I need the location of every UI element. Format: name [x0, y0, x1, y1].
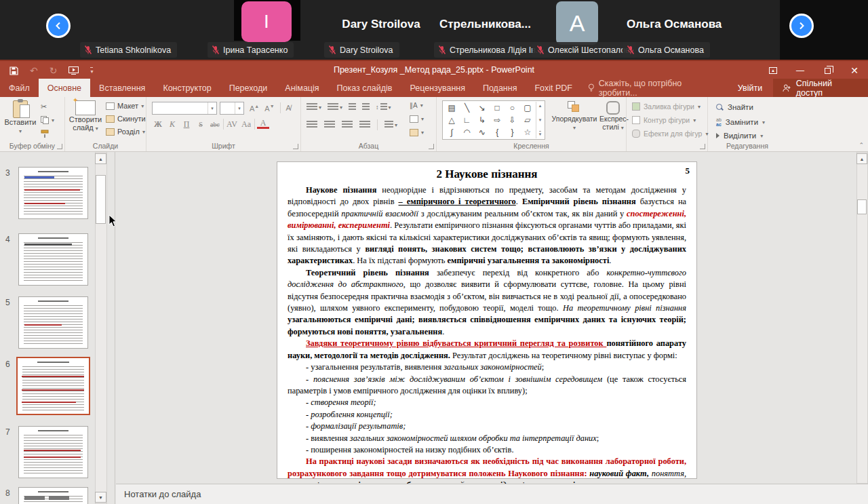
format-painter-button[interactable]	[41, 130, 49, 138]
parallelogram-shape-icon[interactable]: ▱	[520, 114, 535, 126]
star-shape-icon[interactable]: ☆	[520, 126, 535, 138]
shape-effects-button[interactable]: Ефекти для фігур▾	[632, 130, 708, 138]
next-participants-button[interactable]	[789, 14, 814, 38]
numbering-button[interactable]: ▾	[328, 103, 342, 111]
section-button[interactable]: Розділ▾	[106, 128, 145, 136]
shape-format-dialog-launcher[interactable]	[700, 144, 705, 149]
arc-shape-icon[interactable]: ◠	[459, 126, 474, 138]
slide-thumbnail-8[interactable]	[18, 487, 88, 504]
elbow-connector-shape-icon[interactable]: ∟	[459, 114, 474, 126]
decrease-indent-button[interactable]	[349, 103, 356, 111]
cut-button[interactable]: ✂	[41, 102, 47, 111]
text-box-shape-icon[interactable]: ▤	[444, 102, 459, 114]
scribble-shape-icon[interactable]: ∫	[444, 126, 459, 138]
tell-me-box[interactable]: Скажіть, що потрібно зробити...	[581, 79, 727, 97]
sign-in-button[interactable]: Увійти	[727, 79, 773, 97]
triangle-shape-icon[interactable]: △	[444, 114, 459, 126]
slide-thumbnail-4[interactable]	[18, 233, 88, 286]
arrow-shape-icon[interactable]: ↘	[475, 102, 490, 114]
change-case-button[interactable]: Aa	[240, 119, 252, 130]
decrease-font-size-button[interactable]: А▼	[264, 104, 274, 113]
minimize-button[interactable]: —	[787, 61, 814, 80]
align-right-button[interactable]	[342, 121, 353, 129]
thumbnail-scrollbar-thumb[interactable]	[96, 175, 106, 224]
close-button[interactable]: ✕	[841, 61, 868, 80]
block-arrow-down-shape-icon[interactable]: ⇩	[505, 114, 519, 126]
rounded-rectangle-shape-icon[interactable]: ▢	[520, 102, 535, 114]
rectangle-shape-icon[interactable]: □	[490, 102, 505, 114]
share-button[interactable]: Спільний доступ	[773, 79, 868, 97]
italic-button[interactable]: К	[166, 119, 178, 130]
tab-показ-слайдів[interactable]: Показ слайдів	[328, 79, 401, 97]
line-spacing-button[interactable]: ↕▾	[376, 103, 391, 111]
replace-button[interactable]: abacЗамінити▾	[716, 117, 765, 127]
shape-outline-button[interactable]: Контур фігури▾	[632, 116, 696, 124]
new-slide-button[interactable]: Створити слайд ▾	[68, 100, 103, 132]
thumbnail-scroll-down-button[interactable]: ▼	[95, 492, 106, 503]
reset-button[interactable]: Скинути	[106, 115, 146, 123]
font-color-button[interactable]: А	[257, 119, 269, 129]
justify-button[interactable]	[359, 121, 370, 129]
elbow-arrow-shape-icon[interactable]: ↳	[475, 114, 490, 126]
tab-foxit-pdf[interactable]: Foxit PDF	[526, 79, 581, 97]
collapse-ribbon-button[interactable]: ⌃	[859, 142, 864, 149]
increase-indent-button[interactable]	[362, 103, 370, 111]
tab-рецензування[interactable]: Рецензування	[401, 79, 473, 97]
slide-scroll-up-button[interactable]: ▲	[856, 153, 867, 164]
character-spacing-button[interactable]: AV	[226, 119, 238, 130]
strikethrough-button[interactable]: abc	[209, 121, 221, 128]
select-button[interactable]: Виділити▾	[716, 132, 763, 140]
align-center-button[interactable]	[324, 121, 335, 129]
layout-button[interactable]: Макет▾	[106, 102, 144, 110]
slide-thumbnail-5[interactable]	[18, 296, 88, 349]
shapes-gallery-scrollbar[interactable]: ▴ ▾ ▾	[536, 102, 544, 138]
bullets-button[interactable]: ▾	[307, 103, 321, 111]
previous-participants-button[interactable]	[46, 14, 71, 38]
slide-scrollbar-thumb[interactable]	[857, 199, 867, 214]
columns-button[interactable]: ▾	[384, 121, 397, 129]
clipboard-dialog-launcher[interactable]	[57, 144, 62, 149]
quick-styles-button[interactable]: Експрес- стилі ▾	[599, 101, 627, 131]
ribbon-display-options-button[interactable]: ▴	[760, 61, 787, 80]
tab-переходи[interactable]: Переходи	[220, 79, 277, 97]
paste-button[interactable]: Вставити ▾	[4, 100, 37, 134]
clear-formatting-button[interactable]: А̸	[286, 104, 291, 112]
convert-smartart-button[interactable]: ▾	[410, 129, 424, 136]
bold-button[interactable]: Ж	[152, 119, 164, 130]
underline-button[interactable]: П	[180, 119, 193, 130]
shapes-gallery[interactable]: ▴ ▾ ▾ ▤╲↘□○▢△∟↳⇨⇩▱∫◠∿{}☆	[442, 100, 545, 140]
copy-button[interactable]: ▾	[41, 116, 54, 124]
tab-подання[interactable]: Подання	[474, 79, 526, 97]
find-button[interactable]: Знайти	[716, 103, 753, 111]
increase-font-size-button[interactable]: А▲	[250, 104, 259, 113]
shape-fill-button[interactable]: Заливка фігури▾	[632, 102, 701, 111]
font-dialog-launcher[interactable]	[293, 144, 298, 149]
tab-вставлення[interactable]: Вставлення	[90, 79, 154, 97]
tab-файл[interactable]: Файл	[0, 79, 39, 97]
arrange-button[interactable]: Упорядкувати ▾	[548, 101, 601, 131]
slide-canvas[interactable]: 5 2 Наукове пізнання Наукове пізнання не…	[277, 161, 697, 479]
block-arrow-right-shape-icon[interactable]: ⇨	[490, 114, 505, 126]
font-name-combobox[interactable]: ▾	[152, 102, 217, 115]
font-size-combobox[interactable]: ▾	[220, 102, 244, 115]
paragraph-dialog-launcher[interactable]	[429, 144, 434, 149]
tab-конструктор[interactable]: Конструктор	[154, 79, 220, 97]
align-text-button[interactable]: ▾	[410, 115, 424, 123]
curve-shape-icon[interactable]: ∿	[475, 126, 490, 138]
align-left-button[interactable]	[307, 121, 317, 129]
line-shape-icon[interactable]: ╲	[459, 102, 474, 114]
thumbnail-scroll-up-button[interactable]: ▲	[95, 153, 106, 164]
tab-анімація[interactable]: Анімація	[276, 79, 328, 97]
restore-button[interactable]	[814, 61, 841, 80]
tab-основне[interactable]: Основне	[39, 79, 90, 97]
oval-shape-icon[interactable]: ○	[505, 102, 519, 114]
notes-pane[interactable]: Нотатки до слайда	[116, 484, 868, 504]
text-run: – емпіричного і теоретичного	[399, 197, 516, 206]
slide-thumbnail-7[interactable]	[18, 426, 88, 478]
right-brace-shape-icon[interactable]: }	[505, 126, 519, 138]
left-brace-shape-icon[interactable]: {	[490, 126, 505, 138]
shadow-button[interactable]: S	[195, 121, 207, 128]
slide-thumbnail-3[interactable]	[18, 167, 88, 219]
slide-thumbnail-6[interactable]	[16, 357, 90, 415]
text-direction-button[interactable]: ∥А▾	[410, 102, 423, 109]
